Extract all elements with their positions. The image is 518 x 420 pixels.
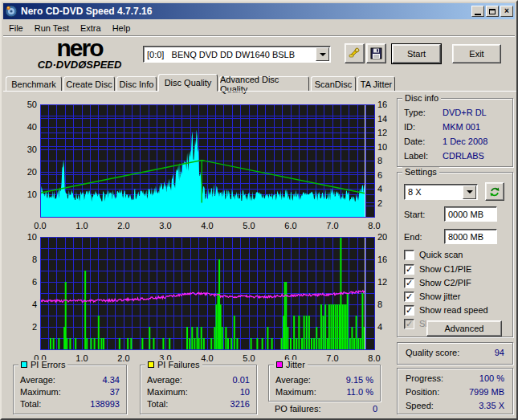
end-field-label: End: [404,232,422,242]
refresh-button[interactable] [485,182,504,201]
pi-failures-title: PI Failures [157,360,200,369]
pi-failures-legend-swatch [148,361,154,368]
jitter-panel: Jitter Average:9.15 % Maximum:11.0 % [268,365,381,402]
checkbox-show-read-speed[interactable]: ✓ Show read speed [404,304,488,316]
svg-text:8: 8 [377,300,382,309]
disc-info-panel: Disc info Type:DVD+R DL ID:MKM 001 Date:… [397,98,513,167]
nero-logo-wordmark: nero [19,38,140,59]
tab-benchmark[interactable]: Benchmark [6,76,62,92]
app-window: Nero CD-DVD Speed 4.7.7.16 × File Run Te… [0,0,518,420]
svg-text:10: 10 [27,190,37,199]
checkbox-show-c1-pie[interactable]: ✓ Show C1/PIE [404,263,471,275]
progress-label: Progress: [406,373,443,383]
svg-text:8.0: 8.0 [368,353,380,361]
show-read-speed-checkbox-box[interactable]: ✓ [404,305,414,316]
start-button[interactable]: Start [392,44,441,63]
speed-selector-dropdown-button[interactable] [463,186,476,199]
menu-file[interactable]: File [3,22,29,35]
pif-maximum-label: Maximum: [147,387,188,397]
pie-maximum-label: Maximum: [20,387,61,397]
quick-scan-checkbox-box[interactable] [404,250,414,260]
svg-text:16: 16 [377,100,387,109]
tab-ta-jitter[interactable]: TA Jitter [357,76,395,92]
settings-panel: Settings 8 X Start: 0000 MB End: 8000 MB… [397,172,513,337]
pi-errors-legend-swatch [21,361,27,368]
save-icon [370,47,382,59]
pie-maximum-value: 37 [110,387,120,397]
svg-text:12: 12 [377,128,387,137]
svg-text:5.0: 5.0 [243,353,255,361]
pi-errors-title: PI Errors [31,360,65,369]
svg-text:50: 50 [27,100,37,109]
show-c2-pif-checkbox-box[interactable]: ✓ [404,278,414,288]
show-c1-pie-checkbox-box[interactable]: ✓ [404,264,414,275]
svg-text:6.0: 6.0 [284,221,296,229]
quick-scan-label: Quick scan [419,250,463,259]
svg-text:6: 6 [32,277,37,287]
tab-scandisc[interactable]: ScanDisc [311,76,356,92]
show-read-speed-label: Show read speed [419,305,488,315]
svg-text:8.0: 8.0 [368,221,380,229]
disc-date-value: 1 Dec 2008 [443,137,487,146]
scan-status-panel: Progress:100 % Position:7999 MB Speed:3.… [397,368,513,414]
svg-text:2: 2 [32,322,37,332]
exit-button[interactable]: Exit [452,44,501,63]
svg-text:3.0: 3.0 [159,221,171,229]
menu-bar: File Run Test Extra Help [3,20,515,35]
minimize-button[interactable] [471,6,484,17]
maximize-button[interactable] [486,6,499,17]
tab-disc-info[interactable]: Disc Info [116,76,157,92]
svg-text:2.0: 2.0 [117,353,129,361]
disc-type-label: Type: [404,108,426,117]
jitter-maximum-value: 11.0 % [347,387,373,397]
disc-date-label: Date: [404,137,425,146]
menu-help[interactable]: Help [107,22,137,35]
show-write-speed-checkbox-box: ✓ [404,319,414,329]
show-jitter-checkbox-box[interactable]: ✓ [404,292,414,302]
save-button[interactable] [366,43,386,63]
checkbox-quick-scan[interactable]: Quick scan [404,249,463,260]
tab-disc-quality[interactable]: Disc Quality [158,74,218,92]
pi-errors-chart: 0.01.02.03.04.05.06.07.08.01020304050246… [8,96,397,229]
quality-score-panel: Quality score: 94 [397,342,513,365]
svg-text:4.0: 4.0 [201,221,213,229]
tab-create-disc[interactable]: Create Disc [63,76,115,92]
close-button[interactable]: × [500,6,513,17]
svg-text:20: 20 [27,167,37,177]
speed-label: Speed: [406,401,434,410]
svg-text:10: 10 [377,142,387,152]
speed-selector-value: 8 X [405,187,463,197]
menu-run-test[interactable]: Run Test [29,22,75,35]
svg-text:7.0: 7.0 [326,353,338,361]
disc-id-label: ID: [404,122,415,132]
svg-text:7.0: 7.0 [326,221,338,229]
close-icon: × [504,7,509,15]
position-label: Position: [406,387,439,397]
advanced-button[interactable]: Advanced [426,320,502,336]
quality-score-value: 94 [495,348,504,357]
window-title: Nero CD-DVD Speed 4.7.7.16 [21,6,152,17]
start-field[interactable]: 0000 MB [444,206,497,222]
disc-label-label: Label: [404,151,428,161]
checkbox-show-jitter[interactable]: ✓ Show jitter [404,291,460,302]
checkbox-show-c2-pif[interactable]: ✓ Show C2/PIF [404,277,471,288]
po-failures-value: 0 [373,404,377,414]
menu-extra[interactable]: Extra [75,22,107,35]
svg-text:20: 20 [377,232,387,242]
svg-text:40: 40 [27,122,37,132]
quality-score-label: Quality score: [406,348,459,357]
pie-total-value: 138993 [90,399,120,409]
svg-text:30: 30 [27,145,37,154]
tab-advanced-disc-quality[interactable]: Advanced Disc Quality [219,76,309,92]
options-button[interactable] [345,43,365,63]
jitter-legend-swatch [276,361,283,368]
progress-value: 100 % [479,373,504,383]
drive-selector-dropdown-button[interactable] [316,47,329,61]
drive-selector[interactable]: [0:0] BENQ DVD DD DW1640 BSLB [143,46,331,63]
pif-maximum-value: 10 [240,387,250,397]
tab-strip: Benchmark Create Disc Disc Info Disc Qua… [6,74,397,92]
speed-selector[interactable]: 8 X [404,184,478,200]
end-field[interactable]: 8000 MB [444,229,497,244]
refresh-icon [489,186,500,198]
svg-text:2: 2 [377,198,382,208]
